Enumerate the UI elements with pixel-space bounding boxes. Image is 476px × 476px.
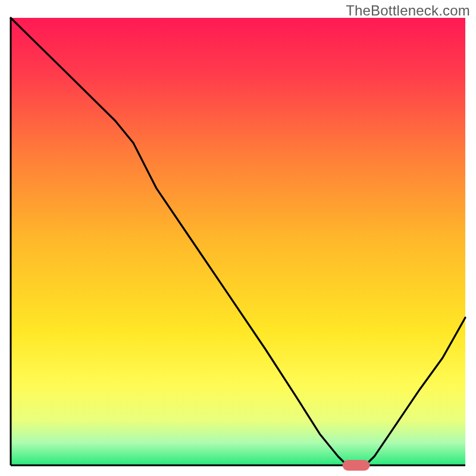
bottleneck-chart xyxy=(0,0,476,476)
optimal-range-marker xyxy=(343,460,370,471)
watermark-text: TheBottleneck.com xyxy=(346,2,470,19)
chart-stage: TheBottleneck.com xyxy=(0,0,476,476)
